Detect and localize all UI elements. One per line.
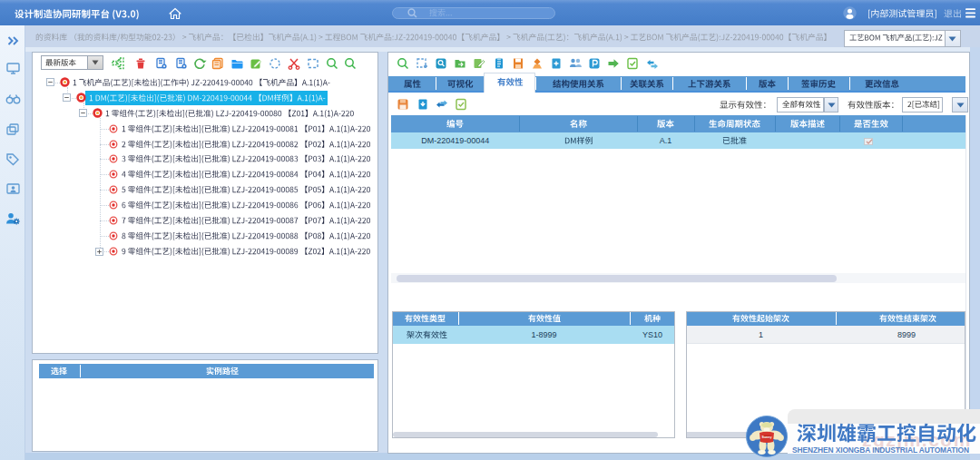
svg-text:Sunny: Sunny — [762, 436, 772, 439]
